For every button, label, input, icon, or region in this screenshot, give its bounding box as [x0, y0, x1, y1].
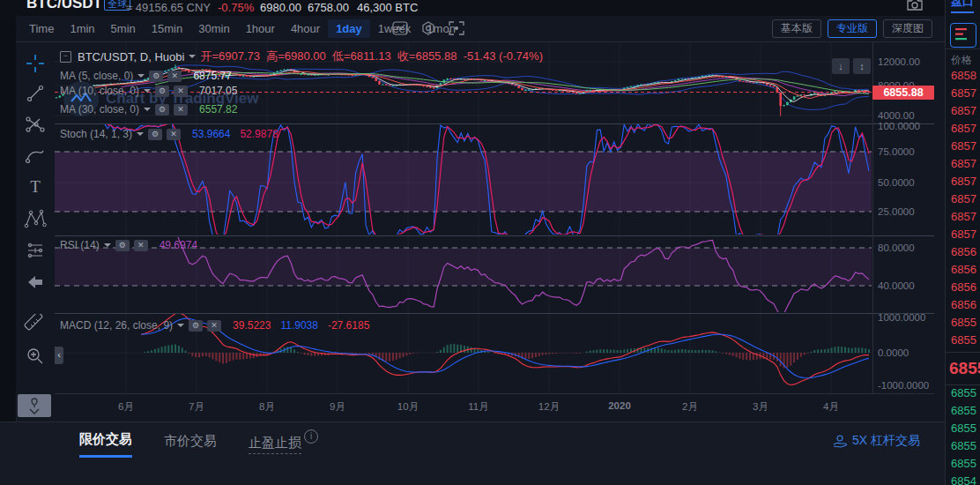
macd-value: 39.5223: [233, 319, 271, 332]
ma10-label[interactable]: MA (10, close, 0): [60, 85, 139, 97]
orderbook-last-price[interactable]: 6855.88: [949, 356, 980, 381]
chevron-down-icon[interactable]: [177, 324, 184, 331]
mode-button[interactable]: 深度图: [883, 19, 932, 38]
close-icon[interactable]: ✕: [134, 240, 148, 251]
tab-interval-1day[interactable]: 1day: [328, 19, 370, 38]
stoch-tick: 75.0000: [878, 146, 915, 157]
tab-interval-time[interactable]: Time: [21, 19, 62, 38]
tab-interval-1hour[interactable]: 1hour: [238, 19, 283, 38]
chevron-down-icon[interactable]: [104, 243, 111, 250]
ask-row[interactable]: 6857: [951, 175, 976, 188]
stoch-label[interactable]: Stoch (14, 1, 3): [60, 128, 132, 140]
ma5-label[interactable]: MA (5, close, 0): [60, 70, 133, 82]
zoom-in-icon[interactable]: [24, 345, 47, 368]
ask-row[interactable]: 6857: [951, 210, 976, 223]
bid-row[interactable]: 6855: [951, 386, 976, 399]
close-icon[interactable]: ✕: [167, 71, 182, 82]
collapsed-side-strip: [0, 16, 17, 485]
tab-止盈止损[interactable]: 止盈止损: [249, 435, 301, 454]
leverage-link[interactable]: 5X 杠杆交易: [833, 433, 920, 449]
close-icon[interactable]: ✕: [174, 86, 188, 97]
bid-row[interactable]: 6854: [951, 474, 976, 485]
chart-style-icon[interactable]: [390, 19, 410, 37]
gann-tools-icon[interactable]: [24, 114, 47, 137]
ask-row[interactable]: 6856: [951, 245, 976, 258]
axis-month-label: 7月: [179, 400, 214, 414]
mode-button[interactable]: 专业版: [828, 19, 877, 38]
tab-interval-30min[interactable]: 30min: [190, 19, 237, 38]
leverage-label: 5X 杠杆交易: [852, 433, 920, 449]
tab-interval-5min[interactable]: 5min: [103, 19, 144, 38]
legend-title[interactable]: BTC/USDT, D, Huobi: [78, 50, 184, 63]
mode-buttons: 基本版专业版深度图: [772, 19, 932, 38]
low-24h: 6758.00: [308, 1, 349, 14]
ask-row[interactable]: 6856: [951, 298, 976, 311]
bid-row[interactable]: 6855: [951, 457, 976, 470]
panel-separator[interactable]: [55, 313, 934, 314]
pan-left-handle[interactable]: ‹: [55, 347, 63, 364]
scale-reset-button[interactable]: ↕: [853, 58, 871, 74]
panel-separator[interactable]: [55, 235, 934, 236]
chevron-down-icon[interactable]: [144, 108, 151, 115]
ask-row[interactable]: 6857: [951, 122, 976, 135]
gear-icon[interactable]: ⚙: [155, 86, 169, 97]
orderbook-tab[interactable]: 盘口: [951, 0, 974, 13]
gear-icon[interactable]: ⚙: [148, 129, 162, 140]
gear-icon[interactable]: ⚙: [149, 71, 163, 82]
axis-month-label: 12月: [531, 400, 567, 414]
tab-市价交易[interactable]: 市价交易: [164, 433, 217, 457]
bid-row[interactable]: 6855: [951, 422, 976, 435]
tab-interval-4hour[interactable]: 4hour: [283, 19, 328, 38]
text-tool-icon[interactable]: T: [24, 175, 47, 198]
ma30-label[interactable]: MA (30, close, 0): [60, 103, 139, 116]
mode-button[interactable]: 基本版: [772, 19, 821, 38]
macd-label[interactable]: MACD (12, 26, close, 9): [60, 319, 173, 332]
fullscreen-icon[interactable]: [447, 19, 466, 37]
collapse-legend-icon[interactable]: −: [60, 51, 71, 63]
forecast-tool-icon[interactable]: [24, 239, 47, 262]
macd-tick: -1000.0000: [878, 380, 929, 391]
chevron-down-icon[interactable]: [189, 55, 196, 62]
xabcd-pattern-icon[interactable]: [24, 207, 47, 230]
ask-row[interactable]: 6855: [951, 316, 976, 329]
tab-interval-15min[interactable]: 15min: [144, 19, 190, 38]
chevron-down-icon[interactable]: [144, 89, 151, 96]
ask-row[interactable]: 6857: [951, 139, 976, 153]
bid-row[interactable]: 6855: [951, 439, 976, 452]
brush-icon[interactable]: [24, 145, 47, 168]
gear-icon[interactable]: ⚙: [155, 104, 169, 116]
hide-toolbar-arrow-icon[interactable]: [24, 271, 47, 294]
ask-row[interactable]: 6856: [951, 263, 976, 276]
toolbar-scroll-down[interactable]: [18, 394, 51, 417]
panel-separator[interactable]: [55, 123, 934, 124]
close-icon[interactable]: ✕: [174, 104, 188, 116]
legend-ohlc-values: 开=6907.73 高=6980.00 低=6811.13 收=6855.88 …: [200, 48, 543, 64]
ask-row[interactable]: 6857: [951, 192, 976, 205]
ask-row[interactable]: 6857: [951, 228, 976, 241]
indicator-settings-icon[interactable]: [419, 19, 438, 37]
ruler-icon[interactable]: [24, 313, 47, 336]
crosshair-icon[interactable]: [24, 52, 47, 75]
close-icon[interactable]: ✕: [207, 320, 221, 332]
camera-snapshot-icon[interactable]: [906, 0, 924, 11]
tab-限价交易[interactable]: 限价交易: [79, 431, 132, 458]
ask-row[interactable]: 6858: [951, 69, 976, 82]
orderbook-panel: 盘口 价格 6858685768576857685768576857685768…: [945, 0, 980, 485]
ask-row[interactable]: 6856: [951, 280, 976, 294]
rsi-label[interactable]: RSI (14): [60, 239, 100, 251]
close-icon[interactable]: ✕: [167, 129, 181, 140]
gear-icon[interactable]: ⚙: [115, 240, 130, 251]
ask-row[interactable]: 6857: [951, 157, 976, 170]
chevron-down-icon[interactable]: [137, 132, 144, 139]
chevron-down-icon[interactable]: [137, 74, 145, 81]
ask-row[interactable]: 6855: [951, 333, 976, 347]
ask-row[interactable]: 6857: [951, 86, 976, 100]
tab-interval-1min[interactable]: 1min: [62, 19, 102, 38]
ask-row[interactable]: 6857: [951, 104, 976, 117]
orderbook-layout-icon[interactable]: [950, 23, 976, 48]
gear-icon[interactable]: ⚙: [189, 320, 203, 332]
trendline-icon[interactable]: [24, 82, 47, 105]
scale-down-button[interactable]: ↓: [832, 58, 850, 74]
bid-row[interactable]: 6855: [951, 404, 976, 417]
divider: [946, 48, 980, 49]
